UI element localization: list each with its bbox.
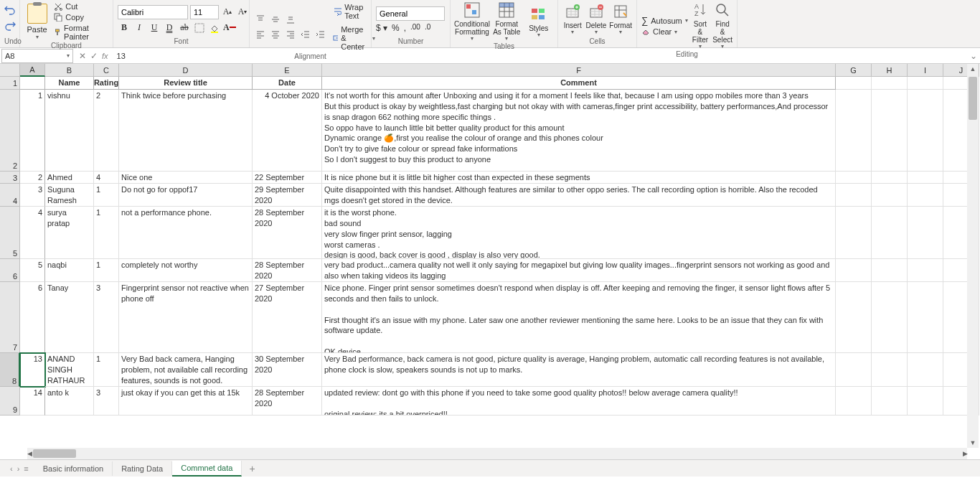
cell[interactable]: 4 [94,172,119,184]
align-left-button[interactable] [254,28,267,41]
cell[interactable]: 3 [94,387,119,416]
cell[interactable]: completely not worthy [119,259,253,282]
cell[interactable]: 30 September 2020 [253,353,322,387]
row-header-5[interactable]: 5 [0,207,20,259]
font-size-select[interactable] [190,5,219,19]
sheet-tab-basic-information[interactable]: Basic information [34,461,113,476]
increase-font-button[interactable]: A▴ [221,6,234,19]
indent-decrease-button[interactable] [299,28,312,41]
delete-cells-button[interactable]: Delete▾ [585,3,606,36]
cell[interactable]: not a performance phone. [119,207,253,259]
percent-button[interactable]: % [392,23,400,33]
clear-button[interactable]: Clear▾ [641,27,688,36]
borders-button[interactable] [193,22,206,34]
cell[interactable]: 4 October 2020 [253,90,322,172]
column-header-H[interactable]: H [872,64,908,77]
cell[interactable]: Tanay [45,282,94,353]
align-center-button[interactable] [269,28,282,41]
row-header-4[interactable]: 4 [0,184,20,207]
enter-formula-button[interactable]: ✓ [90,51,98,61]
redo-button[interactable] [3,20,17,34]
cell[interactable]: 2 [94,90,119,172]
cell[interactable]: 13 [20,353,45,387]
cell[interactable]: Nice one [119,172,253,184]
cut-button[interactable]: Cut [52,1,108,11]
sheet-tab-commnet-data[interactable]: Commnet data [172,461,242,477]
add-sheet-button[interactable]: + [242,463,262,474]
table-header-cell[interactable]: Comment [322,77,836,90]
horizontal-scroll-thumb[interactable] [33,449,76,458]
cell[interactable]: it is the worst phone. bad sound very sl… [322,207,836,259]
table-header-cell[interactable] [20,77,45,90]
column-header-C[interactable]: C [94,64,119,77]
row-header-2[interactable]: 2 [0,90,20,172]
cell[interactable]: 2 [20,172,45,184]
cell[interactable]: Very Bad back camera, Hanging problem, n… [119,353,253,387]
row-header-6[interactable]: 6 [0,259,20,282]
cell[interactable]: 22 September 2020 [253,172,322,184]
sheet-tab-rating-data[interactable]: Rating Data [113,461,172,476]
column-header-E[interactable]: E [253,64,322,77]
align-bottom-button[interactable] [284,13,297,26]
vertical-scroll-thumb[interactable] [969,77,977,120]
bold-button[interactable]: B [118,22,131,34]
format-cells-button[interactable]: Format▾ [609,3,632,36]
italic-button[interactable]: I [133,22,146,34]
align-middle-button[interactable] [269,13,282,26]
cell[interactable]: Very Bad performance, back camera is not… [322,353,836,387]
cell[interactable]: 28 September 2020 [253,387,322,416]
row-header-8[interactable]: 8 [0,353,20,387]
cell[interactable]: Quite disappointed with this handset. Al… [322,184,836,207]
fill-color-button[interactable] [208,22,221,34]
cell[interactable]: 1 [94,207,119,259]
cell[interactable]: 1 [94,353,119,387]
cell-styles-button[interactable]: Styles▾ [524,6,554,39]
copy-button[interactable]: Copy [52,12,108,22]
worksheet-grid[interactable]: ABCDEFGHIJ1NameRatingReview titleDateCom… [0,64,980,459]
cell[interactable]: anto k [45,387,94,416]
cell[interactable]: updated review: dont go with this phone … [322,387,836,416]
indent-increase-button[interactable] [314,28,327,41]
scroll-right-button[interactable]: ▶ [960,449,970,459]
increase-decimal-button[interactable]: .00 [410,23,420,33]
vertical-scrollbar[interactable]: ▲ ▼ [967,64,979,448]
row-header-9[interactable]: 9 [0,387,20,416]
cell[interactable]: surya pratap [45,207,94,259]
conditional-formatting-button[interactable]: Conditional Formatting▾ [455,1,489,42]
cell[interactable]: 1 [94,184,119,207]
column-header-I[interactable]: I [908,64,943,77]
tab-nav-prev[interactable]: ‹ [10,464,13,473]
decrease-font-button[interactable]: A▾ [236,6,249,19]
column-header-F[interactable]: F [322,64,836,77]
double-underline-button[interactable]: D [163,22,176,34]
cell[interactable]: Fingerprint sensor not reactive when pho… [119,282,253,353]
cell[interactable]: Ahmed [45,172,94,184]
find-select-button[interactable]: Find & Select▾ [712,1,732,50]
formula-input[interactable]: 13 [114,52,967,60]
sort-filter-button[interactable]: AZSort & Filter▾ [691,1,710,50]
merge-center-button[interactable]: Merge & Center▾ [330,24,378,52]
cell[interactable]: just okay if you can get this at 15k [119,387,253,416]
font-color-button[interactable]: A [223,22,236,34]
column-header-G[interactable]: G [836,64,872,77]
autosum-button[interactable]: ∑Autosum▾ [641,15,688,26]
cell[interactable]: 6 [20,282,45,353]
comma-button[interactable]: , [404,23,406,33]
tab-nav-next[interactable]: › [17,464,20,473]
currency-button[interactable]: $ ▾ [376,23,387,33]
cell[interactable]: 29 September 2020 [253,184,322,207]
name-box[interactable]: A8▾ [1,49,73,63]
horizontal-scrollbar[interactable]: ◀ ▶ [27,448,967,459]
cell[interactable]: It's not worth for this amount after Unb… [322,90,836,172]
table-header-cell[interactable]: Name [45,77,94,90]
cell[interactable]: ANAND SINGH RATHAUR [45,353,94,387]
row-header-1[interactable]: 1 [0,77,20,90]
cell[interactable]: Suguna Ramesh [45,184,94,207]
table-header-cell[interactable]: Review title [119,77,253,90]
decrease-decimal-button[interactable]: .0 [425,23,430,33]
cell[interactable]: It is nice phone but it is little bit hi… [322,172,836,184]
row-header-7[interactable]: 7 [0,282,20,353]
cell[interactable]: Do not go for oppof17 [119,184,253,207]
cell[interactable]: 1 [94,259,119,282]
fx-icon[interactable]: fx [102,52,108,60]
